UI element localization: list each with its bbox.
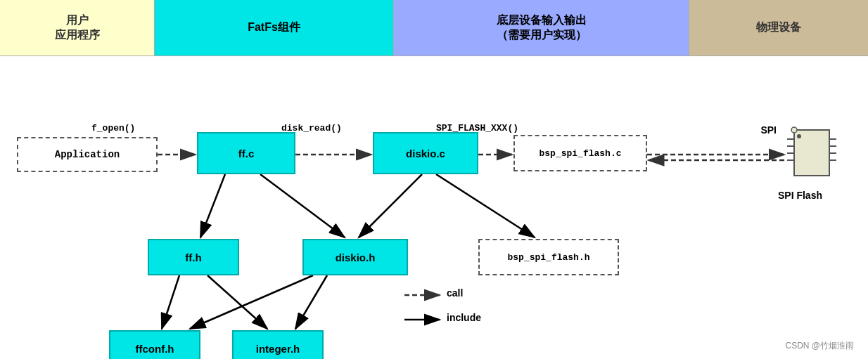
diagram: Application ff.c diskio.c bsp_spi_flash.… (0, 56, 868, 359)
ffc-label: ff.c (238, 148, 255, 159)
integerh-box: integer.h (232, 330, 324, 359)
svg-line-8 (260, 174, 345, 237)
integerh-label: integer.h (256, 343, 300, 355)
band-user: 用户 应用程序 (0, 0, 155, 56)
band-fatfs-label: FatFs组件 (248, 20, 300, 35)
spi-flash-xxx-label: SPI_FLASH_XXX() (436, 123, 518, 133)
legend-call: call (447, 287, 463, 299)
watermark: CSDN @竹烟淮雨 (785, 340, 854, 352)
application-box: Application (17, 137, 158, 172)
svg-point-26 (791, 127, 797, 133)
ffc-box: ff.c (197, 132, 295, 174)
ffconfh-label: ffconf.h (136, 343, 174, 355)
spi-label: SPI (760, 124, 777, 136)
spi-chip (784, 126, 840, 183)
band-low-label: 底层设备输入输出 （需要用户实现） (497, 13, 587, 43)
svg-line-12 (208, 275, 267, 329)
band-user-label: 用户 应用程序 (55, 13, 100, 43)
svg-point-27 (797, 134, 801, 138)
band-physical: 物理设备 (689, 0, 868, 56)
diskioh-label: diskio.h (336, 252, 376, 263)
svg-line-14 (190, 275, 313, 329)
bspc-label: bsp_spi_flash.c (539, 148, 621, 159)
include-label: include (447, 312, 481, 323)
band-physical-label: 物理设备 (756, 20, 801, 35)
call-label: call (447, 287, 463, 299)
bsph-label: bsp_spi_flash.h (507, 252, 589, 263)
disk-read-label: disk_read() (281, 123, 342, 133)
application-label: Application (55, 149, 120, 160)
ffh-label: ff.h (185, 252, 201, 263)
svg-line-13 (295, 275, 327, 329)
ffh-box: ff.h (148, 239, 239, 275)
diskioc-box: diskio.c (373, 132, 478, 174)
spi-flash-label: SPI Flash (778, 190, 822, 201)
band-fatfs: FatFs组件 (155, 0, 394, 56)
bsph-box: bsp_spi_flash.h (478, 239, 619, 275)
svg-line-11 (162, 275, 179, 329)
fopen-label: f_open() (91, 123, 135, 133)
arrows-svg (0, 56, 868, 359)
bspc-box: bsp_spi_flash.c (513, 135, 647, 171)
svg-line-9 (359, 174, 422, 237)
diskioc-label: diskio.c (406, 148, 445, 159)
diskioh-box: diskio.h (302, 239, 408, 275)
header-bands: 用户 应用程序 FatFs组件 底层设备输入输出 （需要用户实现） 物理设备 (0, 0, 868, 56)
ffconfh-box: ffconf.h (109, 330, 200, 359)
legend-include: include (447, 311, 481, 324)
svg-line-7 (200, 174, 225, 237)
band-low: 底层设备输入输出 （需要用户实现） (394, 0, 689, 56)
svg-line-10 (436, 174, 535, 237)
